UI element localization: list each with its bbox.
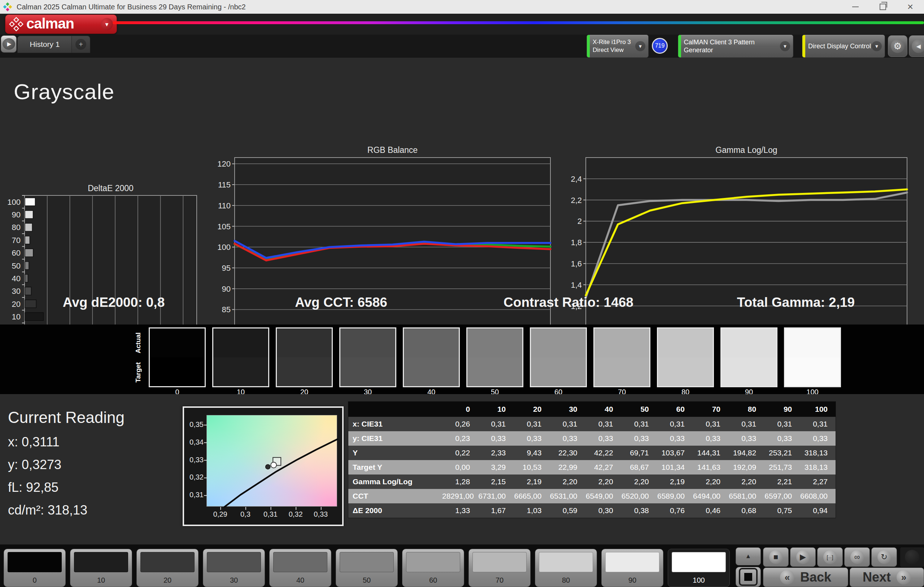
- back-button[interactable]: « Back: [763, 567, 848, 587]
- level-button-60[interactable]: 60: [402, 549, 464, 587]
- target-patch-20: [277, 357, 332, 386]
- slide-up-button[interactable]: ▲: [736, 548, 761, 566]
- reading-cdm2: cd/m²: 318,13: [8, 503, 87, 518]
- table-cell: 0,33: [621, 431, 657, 446]
- grayscale-swatch-30: [339, 327, 396, 387]
- table-cell: 2,33: [478, 446, 514, 460]
- table-column-header: 90: [764, 402, 800, 417]
- table-cell: 68,67: [621, 460, 657, 475]
- table-cell: 6597,00: [764, 489, 800, 503]
- level-label: 20: [137, 576, 198, 584]
- settings-button[interactable]: ⚙: [888, 35, 908, 57]
- tab-history-1[interactable]: History 1: [17, 36, 72, 53]
- reading-section: Current Reading x: 0,3111 y: 0,3273 fL: …: [0, 394, 924, 544]
- table-cell: 0,31: [657, 417, 693, 431]
- level-button-50[interactable]: 50: [336, 549, 398, 587]
- grayscale-swatch-70: [593, 327, 650, 387]
- table-cell: 2,19: [514, 475, 549, 489]
- table-row: ΔE 20001,331,671,030,590,300,380,760,460…: [348, 503, 836, 518]
- level-button-30[interactable]: 30: [203, 549, 265, 587]
- refresh-button[interactable]: ↻: [871, 548, 897, 567]
- reading-fl: fL: 92,85: [8, 480, 58, 495]
- cie-chromaticity-panel: 0,350,340,330,320,310,290,30,310,320,33: [183, 406, 343, 526]
- table-row: Target Y0,003,2910,5322,9942,2768,67101,…: [348, 460, 836, 475]
- cie-diagram: [206, 415, 337, 506]
- minimize-button[interactable]: [842, 0, 869, 14]
- current-reading-title: Current Reading: [8, 408, 125, 427]
- table-cell: 0,31: [586, 417, 621, 431]
- table-cell: 0,00: [442, 460, 478, 475]
- table-cell: 0,23: [442, 431, 478, 446]
- table-cell: 0,33: [657, 431, 693, 446]
- level-button-70[interactable]: 70: [469, 549, 531, 587]
- table-cell: 0,75: [764, 503, 800, 518]
- level-label: 10: [70, 576, 132, 584]
- loop-button[interactable]: ∞: [844, 548, 870, 567]
- cie-y-tick-label: 0,34: [186, 438, 204, 446]
- pattern-generator-dropdown[interactable]: CalMAN Client 3 Pattern Generator ▼: [678, 35, 793, 58]
- stop-button[interactable]: ■: [763, 548, 789, 567]
- table-cell: 10,53: [514, 460, 549, 475]
- level-button-40[interactable]: 40: [269, 549, 331, 587]
- level-button-80[interactable]: 80: [535, 549, 597, 587]
- level-swatch-100: [672, 552, 726, 572]
- display-control-dropdown[interactable]: Direct Display Control ▼: [802, 35, 885, 58]
- table-column-header: 20: [514, 402, 549, 417]
- level-label: 70: [469, 576, 530, 584]
- meter-name: X-Rite i1Pro 3: [593, 38, 631, 46]
- table-cell: 0,26: [442, 417, 478, 431]
- table-cell: 2,20: [621, 475, 657, 489]
- minimize-icon: [852, 7, 859, 7]
- level-button-100[interactable]: 100: [668, 549, 730, 587]
- pattern-window-button[interactable]: [··]: [817, 548, 843, 567]
- svg-text:95: 95: [222, 263, 231, 273]
- meter-badge[interactable]: 719: [652, 38, 668, 54]
- svg-text:Gamma Log/Log: Gamma Log/Log: [715, 145, 777, 155]
- cie-y-tick-label: 0,33: [186, 456, 204, 464]
- window-title: Calman 2025 Calman Ultimate for Business…: [16, 3, 246, 11]
- table-cell: 0,31: [800, 417, 836, 431]
- level-button-0[interactable]: 0: [3, 549, 66, 587]
- grayscale-swatch-50: [466, 327, 523, 387]
- play-button[interactable]: ▶: [790, 548, 816, 567]
- target-patch-60: [531, 357, 586, 386]
- table-row-label: ΔE 2000: [348, 503, 442, 518]
- svg-text:DeltaE 2000: DeltaE 2000: [88, 184, 134, 193]
- level-button-10[interactable]: 10: [70, 549, 132, 587]
- table-cell: 1,33: [442, 503, 478, 518]
- table-cell: 9,43: [514, 446, 549, 460]
- level-label: 100: [668, 576, 729, 584]
- svg-text:1,6: 1,6: [571, 259, 582, 268]
- table-row: y: CIE310,230,330,330,330,330,330,330,33…: [348, 431, 836, 446]
- table-cell: 28291,00: [442, 489, 478, 503]
- level-swatch-70: [472, 552, 526, 572]
- next-button[interactable]: Next »: [850, 567, 924, 587]
- expand-panel-button[interactable]: ▶: [1, 35, 16, 53]
- collapse-panel-button[interactable]: ◀: [909, 35, 924, 57]
- table-cell: 0,31: [549, 417, 585, 431]
- stop-large-button[interactable]: [736, 567, 761, 587]
- table-cell: 318,13: [800, 446, 836, 460]
- close-button[interactable]: ×: [897, 0, 924, 14]
- table-cell: 42,27: [586, 460, 621, 475]
- tab-label: History 1: [30, 40, 60, 49]
- restore-button[interactable]: [869, 0, 897, 14]
- add-tab-button[interactable]: +: [71, 36, 90, 53]
- toolbar: ▶ History 1 + X-Rite i1Pro 3 Direct View…: [0, 35, 924, 58]
- table-cell: 0,31: [693, 417, 728, 431]
- calman-menu-button[interactable]: calman ▼: [5, 15, 117, 34]
- table-cell: 42,22: [586, 446, 621, 460]
- table-cell: 6608,00: [800, 489, 836, 503]
- level-button-90[interactable]: 90: [601, 549, 663, 587]
- svg-text:80: 80: [12, 223, 21, 232]
- table-cell: 0,38: [621, 503, 657, 518]
- table-cell: 0,33: [514, 431, 549, 446]
- actual-patch-10: [213, 329, 268, 357]
- meter-status-bar: [587, 35, 590, 58]
- chart-canvas: Gamma Log/Log11,21,41,61,822,22,40102030…: [567, 144, 911, 352]
- meter-dropdown[interactable]: X-Rite i1Pro 3 Direct View ▼: [587, 35, 648, 58]
- table-cell: 0,33: [549, 431, 585, 446]
- next-label: Next: [863, 570, 891, 585]
- table-cell: 6494,00: [693, 489, 728, 503]
- level-button-20[interactable]: 20: [137, 549, 198, 587]
